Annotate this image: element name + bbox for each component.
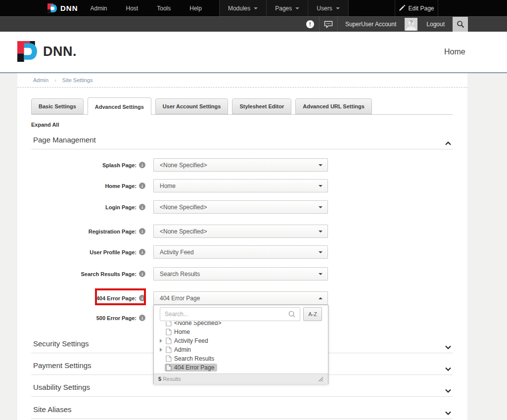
user-profile-page-select[interactable]: Activity Feed	[153, 245, 328, 259]
expand-all-link[interactable]: Expand All	[31, 122, 59, 128]
error-404-page-combobox[interactable]: 404 Error Page	[153, 291, 328, 305]
info-icon[interactable]: i	[139, 183, 145, 189]
edit-page-button[interactable]: Edit Page	[395, 0, 438, 16]
chevron-down-icon	[445, 408, 451, 417]
page-picker-search-input[interactable]	[160, 307, 300, 321]
chevron-down-icon	[319, 251, 323, 253]
page-icon	[166, 337, 172, 344]
utility-bar: ! SuperUser Account ? Logout	[0, 16, 507, 32]
chevron-down-icon	[319, 231, 323, 233]
superuser-account-link[interactable]: SuperUser Account	[338, 17, 404, 32]
form-row-search-results-page: Search Results Page:i Search Results	[17, 267, 439, 280]
field-label: Login Page:i	[17, 200, 145, 214]
info-icon[interactable]: i	[139, 228, 145, 234]
page-icon	[166, 328, 172, 335]
chevron-down-icon	[445, 386, 451, 395]
splash-page-select[interactable]: <None Specified>	[153, 158, 328, 172]
chevron-down-icon	[336, 7, 340, 9]
field-label: Search Results Page:i	[17, 267, 145, 280]
alert-icon: !	[306, 20, 314, 28]
notifications-button[interactable]: !	[301, 17, 320, 32]
form-row-404-error-page: 404 Error Page:i 404 Error Page	[17, 291, 439, 305]
tree-item-none-specified[interactable]: <None Specified>	[154, 322, 328, 327]
tab-stylesheet-editor[interactable]: Stylesheet Editor	[232, 98, 291, 114]
menu-item-tools[interactable]: Tools	[147, 0, 180, 16]
settings-tabs: Basic Settings Advanced Settings User Ac…	[31, 98, 453, 115]
control-bar-dropdowns: Modules Pages Users	[219, 0, 349, 16]
section-title: Site Aliases	[33, 405, 72, 414]
info-icon[interactable]: i	[139, 271, 145, 277]
tree-item-home[interactable]: Home	[154, 327, 328, 336]
registration-page-select[interactable]: <None Specified>	[153, 225, 328, 238]
section-title: Usability Settings	[33, 383, 90, 391]
menu-dropdown-users[interactable]: Users	[308, 0, 348, 16]
tab-advanced-settings[interactable]: Advanced Settings	[88, 97, 151, 115]
tree-item-admin[interactable]: Admin	[154, 345, 328, 354]
nav-link-home[interactable]: Home	[444, 47, 465, 56]
dnn-site-settings-page: DNN Admin Host Tools Help Modules Pages …	[0, 0, 507, 420]
dnn-logo-text: DNN	[60, 4, 78, 12]
messages-button[interactable]	[320, 17, 338, 32]
edit-page-label: Edit Page	[408, 5, 434, 12]
sort-az-button[interactable]: A-Z	[303, 307, 322, 321]
field-label: 500 Error Page:i	[17, 311, 145, 325]
menu-item-admin[interactable]: Admin	[81, 0, 117, 16]
menu-dropdown-modules[interactable]: Modules	[219, 0, 267, 16]
breadcrumb-separator: ›	[54, 77, 56, 83]
section-title: Payment Settings	[33, 361, 92, 370]
page-picker-footer: 5Results	[154, 373, 328, 384]
field-label: Home Page:i	[17, 179, 145, 192]
tree-expander-icon[interactable]	[160, 348, 165, 352]
section-site-aliases[interactable]: Site Aliases	[31, 405, 453, 419]
question-mark-glyph: ?	[409, 19, 413, 26]
section-title: Security Settings	[33, 339, 89, 348]
chevron-down-icon	[319, 273, 323, 275]
tree-item-search-results[interactable]: Search Results	[154, 354, 328, 363]
search-icon	[457, 20, 464, 28]
info-icon[interactable]: i	[139, 315, 145, 321]
site-search-button[interactable]	[453, 17, 468, 32]
page-icon	[166, 355, 172, 362]
page-tree: <None Specified> Home Activity Feed	[154, 322, 328, 373]
form-row-user-profile-page: User Profile Page:i Activity Feed	[17, 245, 439, 259]
login-page-select[interactable]: <None Specified>	[153, 200, 328, 214]
resize-handle[interactable]	[318, 376, 323, 382]
menu-dropdown-pages[interactable]: Pages	[267, 0, 308, 16]
tree-item-404-error-page[interactable]: 404 Error Page	[154, 363, 328, 372]
search-results-page-select[interactable]: Search Results	[153, 267, 328, 280]
form-row-splash-page: Splash Page:i <None Specified>	[17, 158, 439, 172]
tree-expander-icon[interactable]	[160, 339, 165, 343]
dnn-logo-wordmark: DNN.	[43, 44, 77, 59]
home-page-select[interactable]: Home	[153, 179, 328, 192]
chevron-up-icon	[319, 297, 323, 299]
tab-user-account-settings[interactable]: User Account Settings	[155, 98, 229, 114]
form-row-login-page: Login Page:i <None Specified>	[17, 200, 439, 214]
info-icon[interactable]: i	[139, 162, 145, 168]
logout-link[interactable]: Logout	[418, 17, 453, 32]
dnn-logo-small[interactable]: DNN	[47, 0, 78, 16]
chevron-down-icon	[445, 342, 451, 351]
page-icon	[166, 322, 172, 327]
dnn-logo-icon	[17, 41, 38, 62]
chevron-down-icon	[445, 364, 451, 373]
site-header: DNN. Home	[0, 32, 507, 73]
pencil-icon	[399, 5, 405, 11]
menu-item-help[interactable]: Help	[180, 0, 211, 16]
info-icon[interactable]: i	[139, 249, 145, 255]
tree-item-activity-feed[interactable]: Activity Feed	[154, 336, 328, 345]
tab-advanced-url-settings[interactable]: Advanced URL Settings	[295, 98, 372, 114]
breadcrumb-admin[interactable]: Admin	[33, 77, 48, 83]
breadcrumb-site-settings[interactable]: Site Settings	[62, 77, 93, 83]
site-settings-module: Admin › Site Settings Basic Settings Adv…	[17, 73, 467, 420]
section-usability-settings[interactable]: Usability Settings	[31, 383, 453, 397]
section-page-management[interactable]: Page Management	[31, 136, 453, 149]
user-avatar[interactable]: ?	[404, 17, 418, 32]
chevron-down-icon	[295, 7, 299, 9]
info-icon[interactable]: i	[139, 295, 145, 301]
menu-item-host[interactable]: Host	[117, 0, 148, 16]
breadcrumb: Admin › Site Settings	[33, 77, 93, 83]
info-icon[interactable]: i	[139, 204, 145, 210]
tab-basic-settings[interactable]: Basic Settings	[31, 98, 84, 114]
form-row-home-page: Home Page:i Home	[17, 179, 439, 192]
dnn-logo-large[interactable]: DNN.	[17, 41, 77, 62]
